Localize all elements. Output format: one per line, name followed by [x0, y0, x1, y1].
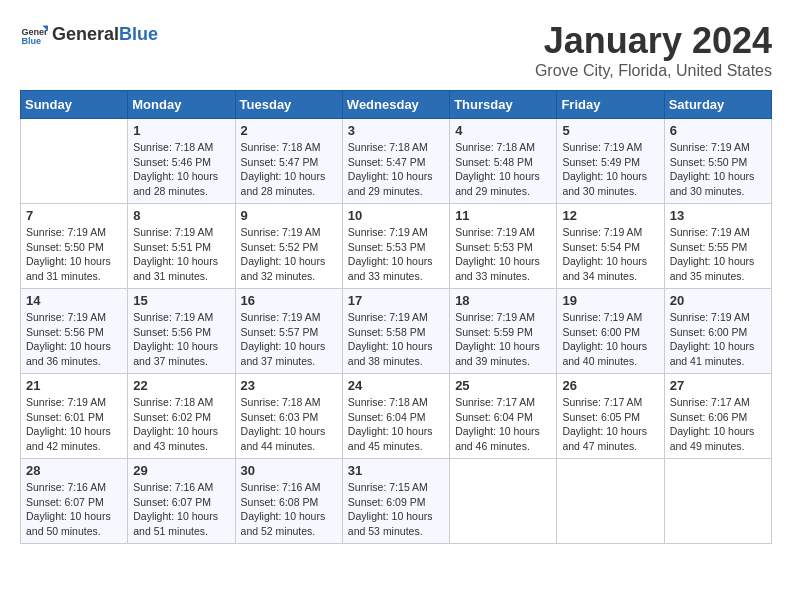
weekday-header-thursday: Thursday [450, 91, 557, 119]
day-cell: 23Sunrise: 7:18 AMSunset: 6:03 PMDayligh… [235, 374, 342, 459]
day-number: 22 [133, 378, 229, 393]
day-number: 7 [26, 208, 122, 223]
day-number: 14 [26, 293, 122, 308]
weekday-header-row: SundayMondayTuesdayWednesdayThursdayFrid… [21, 91, 772, 119]
day-detail: Sunrise: 7:19 AMSunset: 5:49 PMDaylight:… [562, 140, 658, 199]
day-number: 30 [241, 463, 337, 478]
svg-text:Blue: Blue [21, 36, 41, 46]
day-detail: Sunrise: 7:16 AMSunset: 6:08 PMDaylight:… [241, 480, 337, 539]
weekday-header-monday: Monday [128, 91, 235, 119]
day-cell: 17Sunrise: 7:19 AMSunset: 5:58 PMDayligh… [342, 289, 449, 374]
day-cell: 28Sunrise: 7:16 AMSunset: 6:07 PMDayligh… [21, 459, 128, 544]
day-number: 25 [455, 378, 551, 393]
day-detail: Sunrise: 7:19 AMSunset: 5:53 PMDaylight:… [348, 225, 444, 284]
day-number: 3 [348, 123, 444, 138]
day-cell: 12Sunrise: 7:19 AMSunset: 5:54 PMDayligh… [557, 204, 664, 289]
day-detail: Sunrise: 7:17 AMSunset: 6:05 PMDaylight:… [562, 395, 658, 454]
weekday-header-sunday: Sunday [21, 91, 128, 119]
day-number: 5 [562, 123, 658, 138]
day-detail: Sunrise: 7:19 AMSunset: 5:54 PMDaylight:… [562, 225, 658, 284]
day-number: 24 [348, 378, 444, 393]
day-detail: Sunrise: 7:19 AMSunset: 5:53 PMDaylight:… [455, 225, 551, 284]
day-number: 11 [455, 208, 551, 223]
day-detail: Sunrise: 7:18 AMSunset: 5:47 PMDaylight:… [348, 140, 444, 199]
location-title: Grove City, Florida, United States [535, 62, 772, 80]
day-number: 27 [670, 378, 766, 393]
weekday-header-saturday: Saturday [664, 91, 771, 119]
day-cell: 14Sunrise: 7:19 AMSunset: 5:56 PMDayligh… [21, 289, 128, 374]
day-number: 23 [241, 378, 337, 393]
week-row-3: 14Sunrise: 7:19 AMSunset: 5:56 PMDayligh… [21, 289, 772, 374]
day-number: 10 [348, 208, 444, 223]
day-detail: Sunrise: 7:19 AMSunset: 5:56 PMDaylight:… [26, 310, 122, 369]
day-detail: Sunrise: 7:16 AMSunset: 6:07 PMDaylight:… [133, 480, 229, 539]
day-detail: Sunrise: 7:19 AMSunset: 5:51 PMDaylight:… [133, 225, 229, 284]
day-number: 8 [133, 208, 229, 223]
day-detail: Sunrise: 7:19 AMSunset: 6:00 PMDaylight:… [670, 310, 766, 369]
day-cell: 19Sunrise: 7:19 AMSunset: 6:00 PMDayligh… [557, 289, 664, 374]
day-cell: 13Sunrise: 7:19 AMSunset: 5:55 PMDayligh… [664, 204, 771, 289]
day-number: 20 [670, 293, 766, 308]
day-detail: Sunrise: 7:15 AMSunset: 6:09 PMDaylight:… [348, 480, 444, 539]
logo-general: General [52, 24, 119, 44]
day-detail: Sunrise: 7:19 AMSunset: 5:58 PMDaylight:… [348, 310, 444, 369]
day-number: 15 [133, 293, 229, 308]
header: General Blue GeneralBlue January 2024 Gr… [20, 20, 772, 80]
day-cell: 1Sunrise: 7:18 AMSunset: 5:46 PMDaylight… [128, 119, 235, 204]
day-cell: 9Sunrise: 7:19 AMSunset: 5:52 PMDaylight… [235, 204, 342, 289]
day-number: 31 [348, 463, 444, 478]
day-cell: 26Sunrise: 7:17 AMSunset: 6:05 PMDayligh… [557, 374, 664, 459]
day-cell: 2Sunrise: 7:18 AMSunset: 5:47 PMDaylight… [235, 119, 342, 204]
day-detail: Sunrise: 7:19 AMSunset: 5:50 PMDaylight:… [670, 140, 766, 199]
day-detail: Sunrise: 7:19 AMSunset: 5:59 PMDaylight:… [455, 310, 551, 369]
day-cell: 30Sunrise: 7:16 AMSunset: 6:08 PMDayligh… [235, 459, 342, 544]
day-number: 26 [562, 378, 658, 393]
day-detail: Sunrise: 7:17 AMSunset: 6:06 PMDaylight:… [670, 395, 766, 454]
day-detail: Sunrise: 7:19 AMSunset: 5:52 PMDaylight:… [241, 225, 337, 284]
day-number: 9 [241, 208, 337, 223]
day-number: 16 [241, 293, 337, 308]
week-row-4: 21Sunrise: 7:19 AMSunset: 6:01 PMDayligh… [21, 374, 772, 459]
day-cell: 20Sunrise: 7:19 AMSunset: 6:00 PMDayligh… [664, 289, 771, 374]
day-detail: Sunrise: 7:18 AMSunset: 5:48 PMDaylight:… [455, 140, 551, 199]
day-cell: 24Sunrise: 7:18 AMSunset: 6:04 PMDayligh… [342, 374, 449, 459]
day-number: 28 [26, 463, 122, 478]
day-detail: Sunrise: 7:17 AMSunset: 6:04 PMDaylight:… [455, 395, 551, 454]
week-row-5: 28Sunrise: 7:16 AMSunset: 6:07 PMDayligh… [21, 459, 772, 544]
day-cell: 6Sunrise: 7:19 AMSunset: 5:50 PMDaylight… [664, 119, 771, 204]
day-cell: 4Sunrise: 7:18 AMSunset: 5:48 PMDaylight… [450, 119, 557, 204]
day-cell: 15Sunrise: 7:19 AMSunset: 5:56 PMDayligh… [128, 289, 235, 374]
weekday-header-tuesday: Tuesday [235, 91, 342, 119]
day-cell: 29Sunrise: 7:16 AMSunset: 6:07 PMDayligh… [128, 459, 235, 544]
day-detail: Sunrise: 7:19 AMSunset: 6:01 PMDaylight:… [26, 395, 122, 454]
calendar-table: SundayMondayTuesdayWednesdayThursdayFrid… [20, 90, 772, 544]
day-number: 21 [26, 378, 122, 393]
day-cell: 22Sunrise: 7:18 AMSunset: 6:02 PMDayligh… [128, 374, 235, 459]
day-cell [450, 459, 557, 544]
day-detail: Sunrise: 7:19 AMSunset: 5:55 PMDaylight:… [670, 225, 766, 284]
day-cell: 10Sunrise: 7:19 AMSunset: 5:53 PMDayligh… [342, 204, 449, 289]
logo: General Blue GeneralBlue [20, 20, 158, 48]
day-detail: Sunrise: 7:18 AMSunset: 6:03 PMDaylight:… [241, 395, 337, 454]
weekday-header-wednesday: Wednesday [342, 91, 449, 119]
day-detail: Sunrise: 7:18 AMSunset: 5:46 PMDaylight:… [133, 140, 229, 199]
day-detail: Sunrise: 7:18 AMSunset: 5:47 PMDaylight:… [241, 140, 337, 199]
day-detail: Sunrise: 7:19 AMSunset: 5:57 PMDaylight:… [241, 310, 337, 369]
day-detail: Sunrise: 7:19 AMSunset: 5:50 PMDaylight:… [26, 225, 122, 284]
day-number: 29 [133, 463, 229, 478]
day-cell: 3Sunrise: 7:18 AMSunset: 5:47 PMDaylight… [342, 119, 449, 204]
day-number: 1 [133, 123, 229, 138]
day-cell [21, 119, 128, 204]
day-detail: Sunrise: 7:18 AMSunset: 6:04 PMDaylight:… [348, 395, 444, 454]
title-area: January 2024 Grove City, Florida, United… [535, 20, 772, 80]
month-title: January 2024 [535, 20, 772, 62]
day-cell: 18Sunrise: 7:19 AMSunset: 5:59 PMDayligh… [450, 289, 557, 374]
day-number: 4 [455, 123, 551, 138]
week-row-2: 7Sunrise: 7:19 AMSunset: 5:50 PMDaylight… [21, 204, 772, 289]
day-number: 19 [562, 293, 658, 308]
logo-icon: General Blue [20, 20, 48, 48]
day-cell: 5Sunrise: 7:19 AMSunset: 5:49 PMDaylight… [557, 119, 664, 204]
day-cell: 31Sunrise: 7:15 AMSunset: 6:09 PMDayligh… [342, 459, 449, 544]
day-cell [664, 459, 771, 544]
day-cell: 7Sunrise: 7:19 AMSunset: 5:50 PMDaylight… [21, 204, 128, 289]
